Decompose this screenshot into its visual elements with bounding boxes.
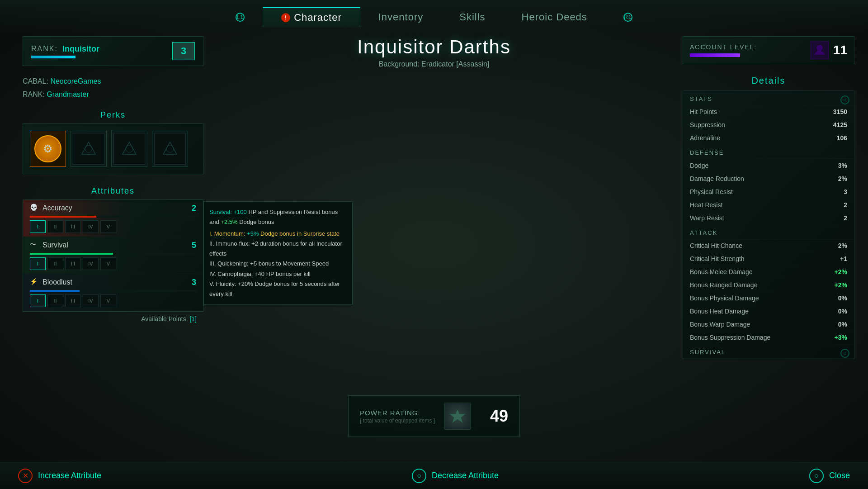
- tooltip-momentum-label: I. Momentum: +5% Dodge bonus in Surprise…: [209, 229, 347, 239]
- accuracy-tier-5[interactable]: V: [100, 220, 116, 233]
- attack-section-header: ATTACK: [683, 225, 854, 239]
- crit-chance-value: 2%: [838, 242, 847, 249]
- right-panel: ACCOUNT LEVEL: 11 Details STATS ↺ Hit Po…: [683, 36, 854, 359]
- physical-resist-value: 3: [844, 188, 847, 195]
- perk-slot-4[interactable]: [152, 131, 188, 167]
- perk-empty-2: [73, 133, 104, 165]
- bloodlust-tier-5[interactable]: V: [100, 294, 116, 307]
- account-level-value: 11: [833, 43, 847, 57]
- stat-physical-resist: Physical Resist 3: [683, 185, 854, 199]
- available-points-value: [1]: [189, 315, 197, 323]
- tooltip-line-4: IV. Carnophagia: +40 HP bonus per kill: [209, 269, 347, 279]
- survival-tier-3[interactable]: III: [65, 257, 81, 270]
- stat-damage-reduction: Damage Reduction 2%: [683, 172, 854, 185]
- decrease-label: Decrease Attribute: [432, 471, 499, 480]
- bonus-melee-value: +2%: [835, 268, 847, 275]
- warp-resist-value: 2: [844, 214, 847, 222]
- available-points: Available Points: [1]: [23, 312, 203, 326]
- tab-inventory[interactable]: Inventory: [360, 8, 442, 27]
- stat-bonus-warp: Bonus Warp Damage 0%: [683, 318, 854, 331]
- stat-bonus-melee: Bonus Melee Damage +2%: [683, 266, 854, 279]
- left-panel: RANK: Inquisitor 3 CABAL: NeocoreGames R…: [23, 36, 203, 326]
- crit-strength-label: Critical Hit Strength: [690, 255, 745, 262]
- tab-skills[interactable]: Skills: [441, 8, 503, 27]
- stat-bonus-physical: Bonus Physical Damage 0%: [683, 292, 854, 305]
- accuracy-tier-4[interactable]: IV: [83, 220, 99, 233]
- stats-panel: STATS ↺ Hit Points 3150 Suppression 4125…: [683, 90, 854, 359]
- l1-icon: L1: [236, 13, 245, 22]
- stat-bonus-heat: Bonus Heat Damage 0%: [683, 305, 854, 318]
- cabal-value: NeocoreGames: [50, 77, 101, 85]
- perk-slot-3[interactable]: [111, 131, 147, 167]
- damage-reduction-label: Damage Reduction: [690, 175, 744, 182]
- bloodlust-tier-2[interactable]: II: [47, 294, 63, 307]
- rank2-value: Grandmaster: [47, 90, 89, 98]
- skill-tooltip: Survival: +100 HP and Suppression Resist…: [203, 201, 353, 305]
- accuracy-tier-2[interactable]: II: [47, 220, 63, 233]
- stat-crit-strength: Critical Hit Strength +1: [683, 252, 854, 266]
- increase-attribute-action[interactable]: ✕ Increase Attribute: [18, 469, 101, 483]
- hit-points-label: Hit Points: [690, 108, 717, 115]
- survival-icon: 〜: [30, 241, 39, 250]
- survival-tier-5[interactable]: V: [100, 257, 116, 270]
- survival-tier-2[interactable]: II: [47, 257, 63, 270]
- dodge-value: 3%: [838, 162, 847, 169]
- rank-progress-bar: [31, 56, 75, 58]
- bonus-ranged-label: Bonus Ranged Damage: [690, 281, 757, 289]
- attributes-title: Attributes: [23, 181, 203, 199]
- nav-left-icon[interactable]: L1: [217, 9, 263, 25]
- bloodlust-value: 3: [192, 278, 196, 287]
- bloodlust-tier-1[interactable]: I: [30, 294, 46, 307]
- close-action[interactable]: ○ Close: [809, 469, 850, 483]
- tooltip-survival-label: Survival:: [209, 209, 233, 215]
- hit-points-value: 3150: [833, 108, 847, 115]
- svg-point-6: [817, 45, 822, 51]
- center-panel: Inquisitor Darths Background: Eradicator…: [203, 36, 665, 77]
- character-background: Background: Eradicator [Assassin]: [203, 60, 665, 68]
- survival-tier-1[interactable]: I: [30, 257, 46, 270]
- perk-slot-1[interactable]: ⚙: [30, 131, 66, 167]
- bonus-warp-value: 0%: [838, 321, 847, 328]
- power-rating-value: 49: [490, 407, 508, 426]
- perk-slot-2[interactable]: [71, 131, 107, 167]
- accuracy-tier-1[interactable]: I: [30, 220, 46, 233]
- stat-suppression: Suppression 4125: [683, 119, 854, 132]
- accuracy-icon: 💀: [30, 204, 39, 213]
- r1-icon: R1: [623, 13, 632, 22]
- available-points-label: Available Points:: [141, 315, 188, 323]
- account-level-box: ACCOUNT LEVEL: 11: [683, 36, 854, 64]
- stat-bonus-ranged: Bonus Ranged Damage +2%: [683, 279, 854, 292]
- details-title: Details: [683, 71, 854, 90]
- survival-refresh-icon[interactable]: ↺: [840, 349, 849, 358]
- tab-skills-label: Skills: [459, 11, 485, 23]
- power-rating-sub: [ total value of equipped items ]: [360, 418, 435, 424]
- tooltip-line-3: III. Quickening: +5 bonus to Movement Sp…: [209, 259, 347, 269]
- tab-heroic-deeds[interactable]: Heroic Deeds: [504, 8, 605, 27]
- rank-box: RANK: Inquisitor 3: [23, 36, 203, 66]
- bloodlust-tier-3[interactable]: III: [65, 294, 81, 307]
- bloodlust-tier-4[interactable]: IV: [83, 294, 99, 307]
- bonus-suppression-value: +3%: [835, 334, 847, 341]
- svg-point-3: [126, 145, 133, 152]
- accuracy-tier-3[interactable]: III: [65, 220, 81, 233]
- bonus-ranged-value: +2%: [835, 281, 847, 289]
- survival-tier-4[interactable]: IV: [83, 257, 99, 270]
- adrenaline-value: 106: [837, 134, 847, 142]
- account-level-label: ACCOUNT LEVEL:: [690, 43, 757, 51]
- stat-dodge: Dodge 3%: [683, 159, 854, 172]
- tab-character[interactable]: ! Character: [263, 7, 360, 27]
- stat-hit-points: Hit Points 3150: [683, 105, 854, 119]
- svg-point-5: [166, 145, 174, 152]
- close-icon: ○: [809, 469, 824, 483]
- rank-value: Inquisitor: [62, 44, 99, 54]
- nav-right-icon[interactable]: R1: [605, 9, 651, 25]
- tooltip-hp-bonus: +100: [233, 209, 246, 215]
- account-level-bar: [690, 53, 740, 57]
- stats-refresh-icon[interactable]: ↺: [840, 95, 849, 104]
- cabal-label: CABAL:: [23, 77, 48, 85]
- bottom-bar: ✕ Increase Attribute ○ Decrease Attribut…: [0, 462, 868, 489]
- accuracy-bar: [30, 216, 96, 218]
- rank-label: RANK:: [31, 45, 58, 53]
- decrease-attribute-action[interactable]: ○ Decrease Attribute: [412, 469, 499, 483]
- accuracy-value: 2: [192, 204, 196, 213]
